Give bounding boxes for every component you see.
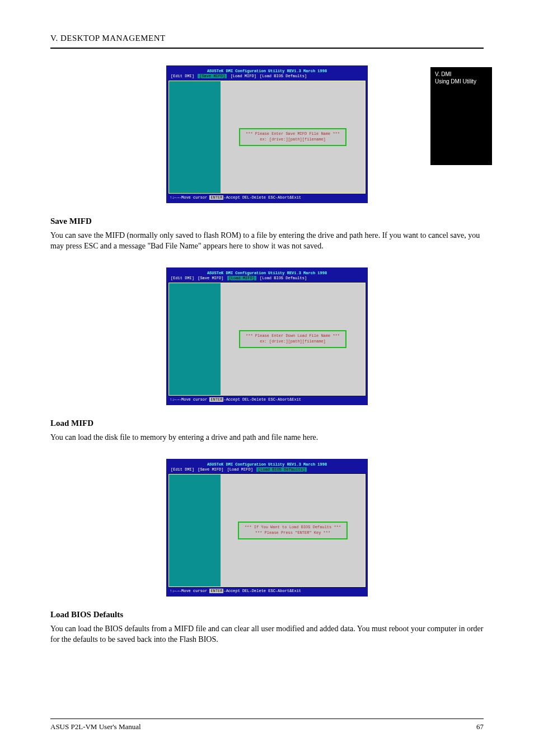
utility-body: *** If You Want to Load BIOS Defaults **…	[168, 474, 366, 587]
menu-save[interactable]: [Save MIFD]	[198, 467, 223, 472]
prompt-line2: ex: [drive:][path][filename]	[246, 339, 340, 345]
status-rest: -Accept DEL-Delete ESC-Abort&Exit	[223, 397, 301, 402]
page-header: V. DESKTOP MANAGEMENT	[50, 34, 484, 49]
section-defaults: ASUSTeK DMI Configuration Utility REV1.3…	[50, 459, 484, 645]
status-prefix: ↑↓←→-Move cursor	[170, 195, 209, 200]
prompt-line1: *** Please Enter Save MIFD File Name ***	[246, 132, 340, 137]
prompt-box: *** Please Enter Save MIFD File Name ***…	[239, 128, 346, 146]
prompt-line2: *** Please Press "ENTER" Key ***	[245, 530, 341, 536]
menu-bar: [Edit DMI] [Save MIFD] [Load MIFD] [Load…	[168, 467, 366, 474]
header-rule	[50, 48, 484, 49]
heading-load: Load MIFD	[50, 419, 484, 428]
side-tab: V. DMI Using DMI Utility	[430, 67, 492, 165]
utility-right-panel: *** Please Enter Save MIFD File Name ***…	[221, 81, 365, 193]
menu-edit[interactable]: [Edit DMI]	[171, 74, 194, 78]
utility-title: ASUSTeK DMI Configuration Utility REV1.3…	[168, 68, 366, 74]
menu-save[interactable]: [Save MIFD]	[198, 74, 227, 78]
body-load: You can load the disk file to memory by …	[50, 433, 484, 443]
status-enter: ENTER	[209, 397, 223, 402]
status-enter: ENTER	[209, 589, 223, 593]
prompt-line1: *** If You Want to Load BIOS Defaults **…	[245, 525, 341, 530]
menu-save[interactable]: [Save MIFD]	[198, 276, 223, 280]
menu-load[interactable]: [Load MIFD]	[227, 467, 253, 472]
body-save: You can save the MIFD (normally only sav…	[50, 231, 484, 252]
prompt-line2: ex: [drive:][path][filename]	[246, 137, 340, 143]
body-defaults: You can load the BIOS defaults from a MI…	[50, 624, 484, 645]
heading-save: Save MIFD	[50, 217, 484, 226]
page-footer: ASUS P2L-VM User's Manual 67	[50, 719, 484, 731]
menu-bar: [Edit DMI] [Save MIFD] [Load MIFD] [Load…	[168, 74, 366, 81]
prompt-line1: *** Please Enter Down Load File Name ***	[246, 334, 340, 339]
utility-left-panel	[169, 81, 221, 193]
menu-load[interactable]: [Load MIFD]	[227, 276, 256, 280]
screenshot-save: ASUSTeK DMI Configuration Utility REV1.3…	[166, 65, 368, 203]
menu-edit[interactable]: [Edit DMI]	[171, 276, 194, 280]
utility-right-panel: *** If You Want to Load BIOS Defaults **…	[221, 475, 365, 586]
utility-body: *** Please Enter Save MIFD File Name ***…	[168, 81, 366, 194]
menu-edit[interactable]: [Edit DMI]	[171, 467, 194, 472]
section-save: ASUSTeK DMI Configuration Utility REV1.3…	[50, 65, 484, 252]
footer-page-number: 67	[476, 722, 484, 731]
screenshot-load: ASUSTeK DMI Configuration Utility REV1.3…	[166, 267, 368, 405]
tab-line2: Using DMI Utility	[435, 78, 488, 85]
status-enter: ENTER	[209, 195, 223, 200]
utility-left-panel	[169, 283, 221, 395]
tab-line1: V. DMI	[435, 71, 488, 78]
menu-defaults[interactable]: [Load BIOS Defaults]	[260, 276, 307, 280]
status-prefix: ↑↓←→-Move cursor	[170, 397, 209, 402]
screenshot-defaults: ASUSTeK DMI Configuration Utility REV1.3…	[166, 459, 368, 597]
status-rest: -Accept DEL-Delete ESC-Abort&Exit	[223, 589, 301, 593]
menu-defaults[interactable]: [Load BIOS Defaults]	[256, 467, 307, 472]
menu-bar: [Edit DMI] [Save MIFD] [Load MIFD] [Load…	[168, 276, 366, 283]
footer-left: ASUS P2L-VM User's Manual	[50, 722, 141, 731]
utility-left-panel	[169, 475, 221, 586]
status-bar: ↑↓←→-Move cursor ENTER-Accept DEL-Delete…	[168, 587, 366, 594]
page-title: V. DESKTOP MANAGEMENT	[50, 34, 484, 43]
status-rest: -Accept DEL-Delete ESC-Abort&Exit	[223, 195, 301, 200]
utility-title: ASUSTeK DMI Configuration Utility REV1.3…	[168, 461, 366, 467]
heading-defaults: Load BIOS Defaults	[50, 610, 484, 619]
menu-load[interactable]: [Load MIFD]	[231, 74, 256, 78]
utility-title: ASUSTeK DMI Configuration Utility REV1.3…	[168, 270, 366, 276]
status-prefix: ↑↓←→-Move cursor	[170, 589, 209, 593]
menu-defaults[interactable]: [Load BIOS Defaults]	[260, 74, 307, 78]
prompt-box: *** Please Enter Down Load File Name ***…	[239, 330, 346, 348]
section-load: ASUSTeK DMI Configuration Utility REV1.3…	[50, 267, 484, 443]
status-bar: ↑↓←→-Move cursor ENTER-Accept DEL-Delete…	[168, 396, 366, 403]
status-bar: ↑↓←→-Move cursor ENTER-Accept DEL-Delete…	[168, 194, 366, 201]
prompt-box: *** If You Want to Load BIOS Defaults **…	[238, 522, 348, 539]
utility-body: *** Please Enter Down Load File Name ***…	[168, 283, 366, 396]
utility-right-panel: *** Please Enter Down Load File Name ***…	[221, 283, 365, 395]
